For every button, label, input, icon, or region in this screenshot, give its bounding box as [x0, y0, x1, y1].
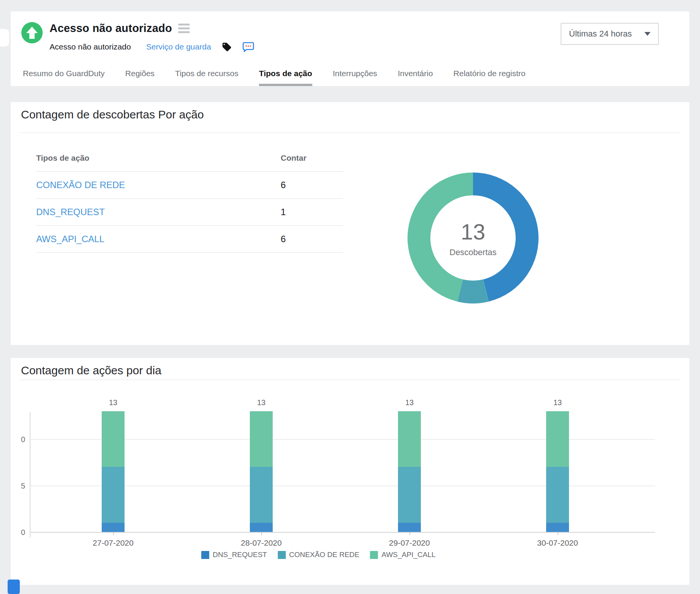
page-title: Acesso não autorizado: [50, 22, 172, 35]
legend-swatch: [201, 551, 209, 559]
table-row: CONEXÃO DE REDE6: [36, 172, 343, 199]
bar-segment-dns-request[interactable]: [102, 523, 125, 532]
tab-tipos-de-recursos[interactable]: Tipos de recursos: [175, 69, 238, 86]
legend-label: CONEXÃO DE REDE: [289, 551, 360, 559]
severity-up-icon: [21, 22, 43, 43]
tab-inventario[interactable]: Inventário: [398, 69, 433, 86]
x-tick: [261, 532, 262, 535]
caret-down-icon: [644, 32, 650, 36]
tab-resumo-do-guardduty[interactable]: Resumo do GuardDuty: [23, 69, 105, 86]
dashboard-page: Acesso não autorizado Acesso não autoriz…: [0, 0, 700, 594]
x-tick: [558, 532, 558, 535]
bar-total-label: 13: [238, 398, 284, 407]
bar-segment-aws-api-call[interactable]: [250, 411, 273, 467]
actions-per-day-panel: Contagem de ações por dia 0501327-07-202…: [11, 358, 689, 585]
severity-up-icon-svg: [21, 22, 43, 43]
table-row: AWS_API_CALL6: [36, 226, 343, 253]
column-header-count: Contar: [281, 153, 307, 163]
bar-segment-dns-request[interactable]: [250, 523, 273, 532]
title-block: Acesso não autorizado Acesso não autoriz…: [50, 21, 254, 53]
action-link-dns-request[interactable]: DNS_REQUEST: [36, 207, 281, 217]
bar-segment-conexao-de-rede[interactable]: [398, 467, 421, 522]
comment-icon[interactable]: [243, 42, 254, 52]
tab-relatorio-de-registro[interactable]: Relatório de registro: [454, 69, 526, 86]
tag-icon[interactable]: [222, 42, 232, 52]
subtitle: Acesso não autorizado: [50, 42, 131, 51]
donut-center: 13 Descobertas: [449, 219, 497, 257]
y-tick-label: 5: [11, 482, 25, 490]
action-types-table: Tipos de ação Contar CONEXÃO DE REDE6DNS…: [36, 145, 343, 253]
x-axis-line: [30, 532, 655, 533]
tab-regioes[interactable]: Regiões: [125, 69, 155, 86]
y-tick-label: 0: [11, 528, 25, 537]
chat-widget[interactable]: [8, 580, 20, 594]
findings-by-action-panel: Contagem de descobertas Por ação Tipos d…: [11, 102, 689, 345]
table-row: DNS_REQUEST1: [36, 199, 343, 226]
bar-segment-dns-request[interactable]: [398, 523, 421, 532]
menu-icon[interactable]: [178, 24, 190, 33]
actions-per-day-chart: 0501327-07-20201328-07-20201329-07-20201…: [11, 358, 689, 585]
bar-segment-aws-api-call[interactable]: [398, 411, 421, 467]
x-tick: [409, 532, 410, 535]
x-tick: [113, 532, 114, 535]
x-axis-date-label: 30-07-2020: [523, 538, 592, 548]
panel-title: Contagem de descobertas Por ação: [21, 108, 204, 121]
tab-tipos-de-acao[interactable]: Tipos de ação: [259, 69, 312, 86]
bar-total-label: 13: [387, 398, 432, 407]
x-axis-date-label: 29-07-2020: [375, 538, 444, 548]
left-panel-handle[interactable]: [0, 29, 9, 46]
bar-total-label: 13: [535, 398, 580, 407]
y-tick-label: 0: [11, 435, 25, 444]
service-link[interactable]: Serviço de guarda: [146, 42, 211, 51]
legend-label: DNS_REQUEST: [213, 551, 267, 559]
donut-slice-dns-request[interactable]: [457, 279, 489, 303]
header-card: Acesso não autorizado Acesso não autoriz…: [11, 11, 689, 86]
y-axis-line: [30, 412, 30, 538]
bar-total-label: 13: [90, 398, 136, 407]
action-link-conexao-de-rede[interactable]: CONEXÃO DE REDE: [36, 180, 281, 190]
findings-donut-chart: 13 Descobertas: [408, 172, 539, 303]
action-count: 1: [281, 207, 286, 217]
legend-item-dns-request[interactable]: DNS_REQUEST: [201, 551, 267, 559]
bar-segment-dns-request[interactable]: [546, 523, 569, 532]
donut-total-value: 13: [449, 219, 497, 244]
bar-segment-aws-api-call[interactable]: [546, 411, 569, 467]
bar-segment-conexao-de-rede[interactable]: [546, 467, 569, 522]
action-link-aws-api-call[interactable]: AWS_API_CALL: [36, 234, 281, 244]
time-range-value: Últimas 24 horas: [569, 29, 632, 39]
legend-swatch: [370, 551, 378, 559]
chart-legend: DNS_REQUESTCONEXÃO DE REDEAWS_API_CALL: [201, 551, 435, 559]
bar-segment-conexao-de-rede[interactable]: [250, 467, 273, 522]
x-axis-date-label: 28-07-2020: [227, 538, 296, 548]
legend-item-conexao-de-rede[interactable]: CONEXÃO DE REDE: [278, 551, 360, 559]
legend-label: AWS_API_CALL: [382, 551, 436, 559]
bar-segment-conexao-de-rede[interactable]: [102, 467, 125, 522]
bar-segment-aws-api-call[interactable]: [102, 411, 125, 467]
table-header-row: Tipos de ação Contar: [36, 145, 343, 172]
tab-bar: Resumo do GuardDutyRegiõesTipos de recur…: [23, 69, 526, 86]
time-range-selector[interactable]: Últimas 24 horas: [561, 23, 659, 45]
legend-item-aws-api-call[interactable]: AWS_API_CALL: [370, 551, 436, 559]
column-header-action: Tipos de ação: [36, 153, 281, 163]
divider: [20, 133, 680, 133]
action-count: 6: [281, 234, 286, 244]
donut-total-label: Descobertas: [449, 248, 497, 257]
x-axis-date-label: 27-07-2020: [79, 538, 147, 548]
tab-interrupcoes[interactable]: Interrupções: [333, 69, 377, 86]
legend-swatch: [278, 551, 286, 559]
action-count: 6: [281, 180, 286, 190]
header-top: Acesso não autorizado Acesso não autoriz…: [21, 21, 254, 53]
